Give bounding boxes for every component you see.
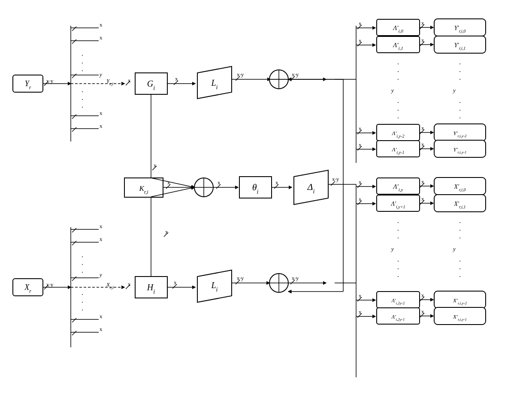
- rdots5: .: [459, 66, 461, 73]
- dots2: .: [82, 57, 83, 65]
- xdots5: .: [82, 297, 83, 304]
- lambda-i2y1-box: [377, 308, 420, 324]
- rright-y1: y: [390, 87, 394, 93]
- fan-x4: x: [100, 123, 103, 129]
- xdots6: .: [82, 304, 83, 312]
- xr-iy2-box: [434, 291, 486, 308]
- li-bot-out-xy: x·y: [237, 275, 244, 281]
- rdots10: .: [459, 97, 461, 104]
- mdots1: .: [397, 217, 399, 224]
- rdots7: .: [397, 97, 399, 104]
- xr-i0-box: [434, 177, 486, 195]
- li-top-out-xy: x·y: [237, 71, 244, 78]
- rdots8: .: [397, 105, 399, 112]
- xdots1: .: [82, 251, 83, 259]
- mdots3: .: [397, 232, 399, 240]
- mdots10: .: [459, 256, 461, 263]
- adder-top-out-xy: x·y: [292, 71, 299, 78]
- yr-i0-box: [434, 19, 486, 36]
- xfan-x1: x: [100, 223, 103, 229]
- mdots6: .: [459, 232, 461, 240]
- diagram-container: Yr x·y x x . . . y . . . x x Yr,i x Gi x: [0, 0, 532, 394]
- yr-output-label: x·y: [46, 78, 54, 84]
- dots1: .: [82, 50, 83, 57]
- dots6: .: [82, 102, 83, 109]
- mdots7: .: [397, 256, 399, 263]
- xr-i1-box: [434, 195, 486, 212]
- dots5: .: [82, 94, 83, 101]
- mdots5: .: [459, 225, 461, 232]
- rdots9: .: [397, 112, 399, 120]
- yr-iy2-box: [434, 124, 486, 141]
- xfan-x4: x: [100, 326, 103, 332]
- mdots8: .: [397, 263, 399, 271]
- mright-y1: y: [390, 246, 394, 252]
- dots4: .: [82, 86, 83, 93]
- xr-iy1-box: [434, 307, 486, 325]
- rright-y2: y: [452, 87, 456, 93]
- rdots12: .: [459, 112, 461, 120]
- mdots11: .: [459, 263, 461, 271]
- xdots3: .: [82, 267, 83, 274]
- mdots2: .: [397, 225, 399, 232]
- mdots4: .: [459, 217, 461, 224]
- yr-i1-box: [434, 36, 486, 53]
- mdots12: .: [459, 271, 461, 278]
- xdots4: .: [82, 289, 83, 296]
- rdots4: .: [459, 58, 461, 66]
- xfan-y: y: [99, 271, 102, 278]
- mright-y2: y: [452, 246, 456, 252]
- delta-out-xy: x·y: [332, 176, 339, 182]
- xfan-x2: x: [100, 236, 103, 242]
- fan-y1: y: [99, 71, 102, 78]
- rdots2: .: [397, 66, 399, 73]
- rdots6: .: [459, 74, 461, 81]
- xfan-x3: x: [100, 313, 103, 319]
- xdots2: .: [82, 259, 83, 266]
- lambda-i2y2-box: [377, 292, 420, 308]
- fan-x1: x: [100, 21, 103, 28]
- fan-x3: x: [100, 110, 103, 116]
- rdots1: .: [397, 58, 399, 66]
- rdots11: .: [459, 105, 461, 112]
- dots3: .: [82, 65, 83, 72]
- xr-output-xy: x·y: [46, 281, 54, 288]
- adder-bot-out-xy: x·y: [292, 275, 299, 281]
- fan-x2: x: [100, 34, 103, 41]
- yr-iy1-box: [434, 140, 486, 157]
- mdots9: .: [397, 271, 399, 278]
- rdots3: .: [397, 74, 399, 81]
